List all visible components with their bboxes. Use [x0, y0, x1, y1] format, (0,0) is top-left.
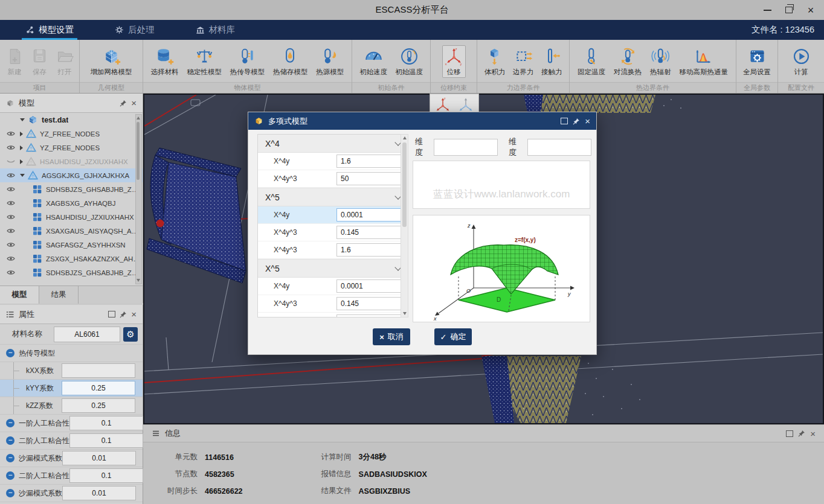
tree-item[interactable]: YZ_FREE_NODES [0, 127, 143, 141]
property-value-input[interactable] [69, 468, 143, 483]
ribbon-button[interactable]: 对流换热 [612, 45, 643, 78]
term-section-header[interactable]: X^5 [258, 188, 408, 206]
tree-item[interactable]: AGSGKJKG_GJHXAJKHXA [0, 168, 143, 182]
caret-icon[interactable] [20, 159, 23, 164]
term-value-input[interactable] [336, 172, 402, 185]
nav-tab[interactable]: 模型设置 [19, 20, 80, 40]
visibility-toggle[interactable] [7, 255, 16, 262]
ribbon-button[interactable]: 位移 [442, 45, 466, 78]
nav-tab[interactable]: 后处理 [109, 20, 161, 40]
material-name-input[interactable] [54, 327, 120, 342]
scrollbar-thumb[interactable] [137, 122, 140, 180]
dialog-header[interactable]: 多项式模型 × [248, 112, 596, 130]
ribbon-button[interactable]: 热传导模型 [228, 45, 267, 78]
tab-results[interactable]: 结果 [39, 286, 79, 304]
minimize-button[interactable] [756, 0, 778, 20]
visibility-toggle[interactable] [7, 214, 16, 220]
property-value-input[interactable] [62, 398, 135, 413]
term-value-input[interactable] [336, 279, 402, 293]
ribbon-button[interactable]: 热源模型 [314, 45, 346, 78]
property-value-input[interactable] [62, 381, 135, 395]
term-row[interactable]: X^4y^3 [258, 241, 408, 259]
ok-button[interactable]: ✓ 确定 [434, 328, 472, 345]
ribbon-button[interactable]: 计算 [790, 45, 813, 78]
term-value-input[interactable] [336, 297, 402, 310]
property-value-input[interactable] [69, 416, 143, 430]
property-row[interactable]: − 热传导模型 [0, 345, 143, 362]
tree-item[interactable]: HSAUHDISU_JZXIUXHAHX [0, 155, 143, 168]
ribbon-button[interactable]: 接触力 [539, 45, 564, 78]
tree-item[interactable]: HSAUHDISU_JZXIUXHAHX [0, 210, 143, 224]
tree-item[interactable]: YZ_FREE_NODES [0, 141, 143, 155]
term-section-header[interactable]: X^4 [258, 135, 408, 153]
ribbon-button[interactable]: 初始温度 [393, 45, 425, 78]
term-row[interactable]: X^4y^3 [258, 224, 408, 241]
visibility-toggle[interactable] [7, 172, 16, 179]
visibility-toggle[interactable] [7, 228, 16, 234]
collapse-minus-icon[interactable]: − [6, 454, 14, 462]
scrollbar-thumb[interactable] [402, 142, 407, 227]
close-icon[interactable]: × [131, 98, 137, 107]
term-row[interactable]: X^4y [258, 153, 408, 170]
property-row[interactable]: − kYY系数 [0, 380, 143, 397]
restore-button[interactable] [778, 0, 800, 20]
visibility-toggle[interactable] [7, 186, 16, 193]
term-row[interactable]: X^4y [258, 206, 408, 224]
property-row[interactable]: − 二阶人工粘合性 [0, 467, 143, 485]
close-icon[interactable]: × [810, 429, 816, 438]
tree-item[interactable]: test.dat [0, 113, 143, 127]
ribbon-button[interactable]: 热辐射 [648, 45, 673, 78]
collapse-minus-icon[interactable]: − [6, 489, 14, 497]
tree-item[interactable]: XAGBSXG_AYHAQBJ [0, 196, 143, 210]
ribbon-button[interactable]: 保存 [28, 45, 51, 78]
visibility-toggle[interactable] [7, 158, 16, 165]
tree-item[interactable]: SAGFASGZ_ASYHHXSN [0, 238, 143, 252]
ribbon-button[interactable]: 打开 [53, 45, 77, 78]
close-button[interactable]: × [800, 0, 822, 20]
collapse-minus-icon[interactable]: − [6, 436, 14, 445]
caret-icon[interactable] [20, 118, 25, 121]
property-row[interactable]: − kXX系数 [0, 362, 143, 380]
collapse-minus-icon[interactable]: − [6, 419, 14, 427]
ribbon-button[interactable]: 选择材料 [149, 45, 181, 78]
term-value-input[interactable] [336, 208, 402, 222]
term-row[interactable]: X^4y^3 [258, 313, 408, 317]
collapse-minus-icon[interactable]: − [6, 349, 14, 357]
cancel-button[interactable]: × 取消 [373, 328, 410, 345]
property-row[interactable]: − 一阶人工粘合性 [0, 415, 143, 432]
tree-item[interactable]: XSAXGAUS_AISYAQSH_ASHX [0, 224, 143, 238]
term-row[interactable]: X^4y^3 [258, 170, 408, 188]
term-section-header[interactable]: X^5 [258, 259, 408, 278]
material-settings-button[interactable]: ⚙ [123, 327, 138, 342]
nav-tab[interactable]: 材料库 [190, 20, 242, 40]
tree-item[interactable]: ZSXGX_HSAKAZNZXK_AHASX [0, 252, 143, 266]
dialog-close-icon[interactable]: × [585, 116, 590, 126]
collapse-minus-icon[interactable]: − [6, 471, 14, 480]
close-icon[interactable]: × [131, 310, 137, 319]
pin-icon[interactable] [798, 430, 805, 437]
ribbon-button[interactable]: 移动高斯热通量 [678, 45, 730, 78]
term-value-input[interactable] [336, 226, 402, 239]
tree-item[interactable]: SDHSBJZS_GHSABJHB_ZAHU [0, 266, 143, 279]
property-value-input[interactable] [62, 486, 136, 500]
visibility-toggle[interactable] [7, 144, 16, 151]
property-value-input[interactable] [62, 451, 136, 465]
property-row[interactable]: − 沙漏模式系数 [0, 450, 143, 467]
ribbon-button[interactable]: 初始速度 [358, 45, 389, 78]
visibility-toggle[interactable] [7, 200, 16, 206]
property-row[interactable]: − 沙漏模式系数 [0, 485, 143, 502]
tree-scrollbar[interactable] [135, 114, 142, 284]
ribbon-button[interactable]: 热储存模型 [271, 45, 310, 78]
ribbon-button[interactable]: 固定温度 [576, 45, 607, 78]
pin-icon[interactable] [120, 100, 127, 107]
caret-icon[interactable] [20, 132, 23, 136]
visibility-toggle[interactable] [7, 241, 16, 248]
ribbon-button[interactable]: 边界力 [511, 45, 536, 78]
dialog-pin-icon[interactable] [573, 118, 580, 125]
caret-icon[interactable] [20, 145, 23, 150]
property-value-input[interactable] [69, 433, 143, 448]
pin-icon[interactable] [120, 311, 127, 318]
dialog-maximize-icon[interactable] [561, 118, 568, 124]
term-value-input[interactable] [336, 243, 402, 257]
dialog-list-scrollbar[interactable] [401, 134, 408, 317]
